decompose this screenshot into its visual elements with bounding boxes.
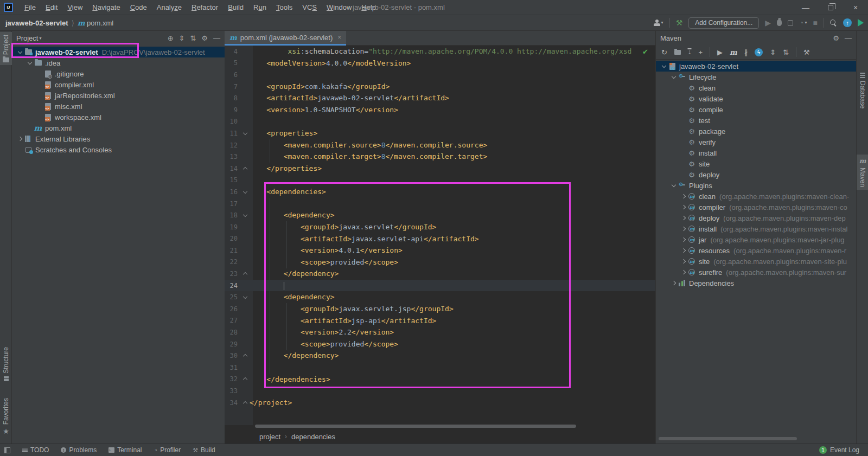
debug-button[interactable] <box>777 20 782 26</box>
code-line-31[interactable]: 31 <box>225 362 655 374</box>
fold-close-icon[interactable] <box>241 166 250 171</box>
expand-all-button[interactable]: ⇕ <box>179 35 185 42</box>
project-item-external-libraries[interactable]: External Libraries <box>12 133 225 144</box>
event-log-label[interactable]: Event Log <box>830 446 859 454</box>
collapse-all-button[interactable]: ⇅ <box>190 35 196 42</box>
menu-refactor[interactable]: Refactor <box>187 0 223 15</box>
project-panel-title[interactable]: Project <box>16 34 38 42</box>
code-line-28[interactable]: 28 <version>2.2</version> <box>225 326 655 338</box>
profiler-button[interactable]: ◔▾ <box>799 19 807 27</box>
menu-view[interactable]: View <box>62 0 87 15</box>
menu-tools[interactable]: Tools <box>271 0 297 15</box>
run-maven-build-button[interactable]: ▶ <box>717 49 723 56</box>
maven-item-lifecycle[interactable]: ⚙Lifecycle <box>656 72 856 82</box>
generate-sources-button[interactable] <box>674 50 681 55</box>
maven-item-site[interactable]: msite(org.apache.maven.plugins:maven-sit… <box>656 256 856 267</box>
menu-code[interactable]: Code <box>125 0 152 15</box>
build-project-button[interactable]: ⚒ <box>676 19 683 27</box>
maven-item-test[interactable]: ⚙test <box>656 115 856 126</box>
statusbar-profiler[interactable]: ◔Profiler <box>154 446 181 454</box>
hide-panel-button[interactable]: — <box>845 35 852 42</box>
code-line-24[interactable]: 24 <box>225 280 655 292</box>
project-item-scratches-and-consoles[interactable]: Scratches and Consoles <box>12 144 225 155</box>
fold-open-icon[interactable] <box>241 132 250 134</box>
maven-item-compile[interactable]: ⚙compile <box>656 104 856 115</box>
project-item--idea[interactable]: .idea <box>12 57 225 68</box>
chevron-down-icon[interactable] <box>670 185 678 187</box>
maven-item-clean[interactable]: ⚙clean <box>656 82 856 93</box>
project-item-jarrepositories-xml[interactable]: <>jarRepositories.xml <box>12 90 225 101</box>
maven-horizontal-scrollbar[interactable] <box>659 437 797 440</box>
maven-item-install[interactable]: ⚙install <box>656 147 856 158</box>
menu-analyze[interactable]: Analyze <box>152 0 187 15</box>
project-item-javaweb-02-servlet[interactable]: javaweb-02-servletD:\javaPROV\javaweb-02… <box>12 47 225 57</box>
statusbar-build[interactable]: ⚒Build <box>193 446 215 454</box>
code-line-27[interactable]: 27 <artifactId>jsp-api</artifactId> <box>225 315 655 327</box>
menu-build[interactable]: Build <box>223 0 248 15</box>
chevron-right-icon[interactable] <box>680 271 687 274</box>
menu-file[interactable]: File <box>20 0 41 15</box>
maven-item-verify[interactable]: ⚙verify <box>656 137 856 147</box>
breadcrumb-project[interactable]: javaweb-02-servlet <box>5 19 68 27</box>
chevron-right-icon[interactable] <box>680 249 687 252</box>
maven-item-dependencies[interactable]: Dependencies <box>656 278 856 288</box>
editor-tab-pom-xml[interactable]: m pom.xml (javaweb-02-servlet) × <box>225 31 346 46</box>
user-account-button[interactable]: ▾ <box>654 20 663 26</box>
expand-all-button[interactable]: ⇕ <box>770 49 776 56</box>
code-editor[interactable]: 4 xsi:schemaLocation="http://maven.apach… <box>225 46 655 425</box>
close-button[interactable]: × <box>843 0 868 15</box>
tool-window-switcher-icon[interactable] <box>4 447 10 453</box>
code-line-9[interactable]: 9 <version>1.0-SNAPSHOT</version> <box>225 104 655 116</box>
statusbar-problems[interactable]: !Problems <box>61 446 97 454</box>
maven-item-surefire[interactable]: msurefire(org.apache.maven.plugins:maven… <box>656 267 856 278</box>
fold-close-icon[interactable] <box>241 354 250 358</box>
chevron-right-icon[interactable] <box>680 216 687 220</box>
project-item--gitignore[interactable]: ⊘.gitignore <box>12 68 225 79</box>
tool-tab-favorites[interactable]: Favorites ★ <box>0 395 12 438</box>
code-line-11[interactable]: 11 <properties> <box>225 127 655 139</box>
code-line-16[interactable]: 16 <dependencies> <box>225 186 655 198</box>
close-tab-icon[interactable]: × <box>337 34 341 41</box>
chevron-right-icon[interactable] <box>680 205 687 209</box>
restore-button[interactable] <box>818 0 843 15</box>
maven-item-clean[interactable]: mclean(org.apache.maven.plugins:maven-cl… <box>656 191 856 202</box>
maven-settings-icon[interactable]: ⚙ <box>833 35 839 42</box>
maven-item-site[interactable]: ⚙site <box>656 158 856 169</box>
breadcrumb-file[interactable]: pom.xml <box>87 19 113 27</box>
fold-close-icon[interactable] <box>241 401 250 405</box>
chevron-down-icon[interactable] <box>26 62 34 64</box>
code-line-25[interactable]: 25 <dependency> <box>225 291 655 303</box>
reimport-maven-button[interactable]: ↻ <box>661 49 667 56</box>
menu-vcs[interactable]: VCS <box>297 0 322 15</box>
add-configuration-button[interactable]: Add Configuration... <box>688 17 759 29</box>
project-item-compiler-xml[interactable]: <>compiler.xml <box>12 79 225 90</box>
skip-tests-button[interactable]: ∦ <box>744 49 748 56</box>
coverage-button[interactable] <box>788 20 793 26</box>
code-line-5[interactable]: 5 <modelVersion>4.0.0</modelVersion> <box>225 57 655 69</box>
maven-item-resources[interactable]: mresources(org.apache.maven.plugins:mave… <box>656 245 856 256</box>
editor-breadcrumb-dependencies[interactable]: dependencies <box>291 433 335 441</box>
chevron-right-icon[interactable] <box>680 195 687 198</box>
inspections-ok-icon[interactable]: ✔ <box>642 48 648 56</box>
minimize-button[interactable]: — <box>793 0 818 15</box>
project-view-dropdown-icon[interactable]: ▾ <box>39 36 41 41</box>
menu-edit[interactable]: Edit <box>41 0 62 15</box>
statusbar-todo[interactable]: TODO <box>22 446 49 454</box>
code-line-17[interactable]: 17 <box>225 198 655 210</box>
fold-close-icon[interactable] <box>241 377 250 381</box>
collapse-all-button[interactable]: ⇅ <box>783 49 789 56</box>
add-maven-project-button[interactable]: + <box>698 49 703 56</box>
statusbar-terminal[interactable]: ›Terminal <box>108 446 142 454</box>
fold-close-icon[interactable] <box>241 272 250 276</box>
menu-navigate[interactable]: Navigate <box>87 0 125 15</box>
run-anything-icon[interactable] <box>858 19 864 27</box>
hide-panel-button[interactable]: — <box>213 35 220 42</box>
code-line-8[interactable]: 8 <artifactId>javaweb-02-servlet</artifa… <box>225 92 655 104</box>
chevron-right-icon[interactable] <box>680 227 687 230</box>
code-line-20[interactable]: 20 <artifactId>javax.servlet-api</artifa… <box>225 233 655 245</box>
maven-settings-button[interactable]: ⚒ <box>803 49 810 56</box>
chevron-right-icon[interactable] <box>680 260 687 263</box>
stop-button[interactable]: ■ <box>813 19 818 27</box>
code-line-15[interactable]: 15 <box>225 175 655 187</box>
code-line-33[interactable]: 33 <box>225 385 655 397</box>
